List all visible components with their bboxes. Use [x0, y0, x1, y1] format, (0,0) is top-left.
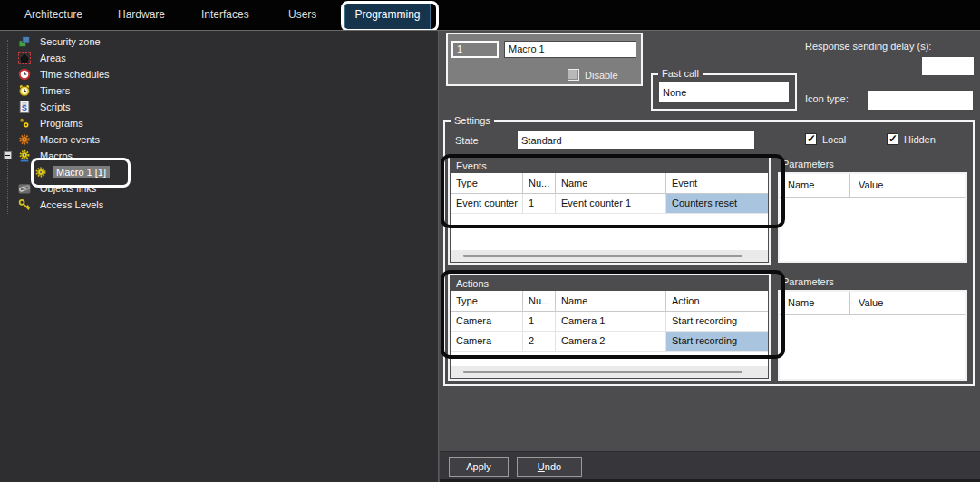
tree-item-label: Objects links: [36, 182, 100, 195]
cell-number: 2: [523, 332, 556, 351]
actions-table[interactable]: Type Nu... Name Action Camera 1 Camera 1…: [451, 291, 768, 378]
hidden-checkbox[interactable]: [887, 133, 898, 145]
tree-item-macros[interactable]: Macros: [0, 148, 272, 164]
tree-item-label-selected: Macro 1 [1]: [53, 166, 110, 178]
macro-number-field[interactable]: 1: [451, 41, 499, 58]
tab-users[interactable]: Users: [288, 0, 316, 30]
tree-item-programs[interactable]: Programs: [0, 115, 272, 131]
state-dropdown[interactable]: Standard: [517, 130, 755, 150]
table-empty-area: [451, 352, 768, 366]
tree-item-macro-1[interactable]: Macro 1 [1]: [0, 164, 272, 180]
macro-events-icon: [18, 133, 31, 146]
security-zone-icon: [18, 35, 31, 48]
areas-icon: [18, 52, 31, 64]
scripts-icon: S: [18, 101, 31, 113]
top-menu-bar: Architecture Hardware Interfaces Users P…: [0, 0, 980, 30]
svg-text:S: S: [22, 103, 27, 112]
disable-label: Disable: [585, 70, 618, 81]
cell-action[interactable]: Start recording: [666, 332, 768, 351]
time-schedules-icon: [18, 68, 31, 81]
tab-programming[interactable]: Programming: [344, 3, 431, 30]
cell-action[interactable]: Start recording: [666, 312, 768, 331]
table-row[interactable]: Event counter 1 Event counter 1 Counters…: [451, 194, 768, 214]
tree-item-objects-links[interactable]: Objects links: [0, 180, 272, 197]
parameters-top-label: Parameters: [782, 159, 834, 169]
actions-label: Actions: [456, 278, 489, 289]
tree-item-label: Access Levels: [36, 198, 107, 211]
tree-item-label: Time schedules: [36, 68, 113, 81]
app-window: Architecture Hardware Interfaces Users P…: [0, 0, 980, 482]
undo-accelerator: U: [538, 461, 545, 472]
macro-identity-group: 1 Macro 1 Disable: [446, 33, 643, 86]
fast-call-label: Fast call: [658, 68, 703, 79]
hidden-label: Hidden: [904, 134, 936, 145]
table-row[interactable]: Camera 2 Camera 2 Start recording: [451, 332, 768, 352]
cell-event[interactable]: Counters reset: [666, 194, 768, 213]
icon-type-label: Icon type:: [805, 93, 849, 104]
response-delay-label: Response sending delay (s):: [805, 41, 931, 52]
tree-item-scripts[interactable]: S Scripts: [0, 99, 272, 115]
actions-table-header: Type Nu... Name Action: [451, 291, 768, 312]
tree-item-label: Scripts: [36, 101, 74, 113]
scrollbar-thumb[interactable]: [463, 371, 742, 373]
column-header[interactable]: Event: [666, 173, 768, 193]
local-checkbox[interactable]: [805, 133, 817, 145]
disable-checkbox[interactable]: [568, 69, 579, 81]
tree-item-areas[interactable]: Areas: [0, 50, 272, 66]
tab-interfaces[interactable]: Interfaces: [201, 0, 249, 30]
table-empty-area: [451, 214, 768, 250]
tree-item-label: Macros: [36, 149, 76, 162]
objects-links-icon: [18, 182, 31, 195]
column-header[interactable]: Type: [451, 173, 523, 193]
access-levels-icon: [18, 198, 31, 211]
apply-button[interactable]: Apply: [449, 457, 509, 477]
tab-hardware[interactable]: Hardware: [118, 0, 165, 30]
cell-name: Camera 2: [556, 332, 666, 351]
column-header[interactable]: Value: [850, 292, 965, 314]
tree-item-access-levels[interactable]: Access Levels: [0, 197, 272, 213]
response-delay-field[interactable]: [921, 56, 975, 76]
column-header[interactable]: Name: [780, 174, 850, 197]
tree-item-security-zone[interactable]: Security zone: [0, 34, 272, 50]
scrollbar-thumb[interactable]: [463, 255, 742, 257]
programs-icon: [18, 117, 31, 130]
tree-item-timers[interactable]: Timers: [0, 82, 272, 99]
actions-horizontal-scrollbar[interactable]: [451, 366, 768, 378]
table-row[interactable]: Camera 1 Camera 1 Start recording: [451, 312, 768, 332]
tree-item-macro-events[interactable]: Macro events: [0, 131, 272, 148]
settings-label: Settings: [451, 115, 494, 126]
fast-call-field[interactable]: None: [658, 82, 790, 103]
parameters-top-table[interactable]: Name Value: [778, 172, 967, 263]
column-header[interactable]: Type: [451, 291, 523, 311]
column-header[interactable]: Name: [780, 292, 850, 314]
cell-type: Camera: [451, 332, 523, 351]
tab-architecture[interactable]: Architecture: [24, 0, 82, 30]
macro-name-field[interactable]: Macro 1: [504, 41, 636, 58]
collapse-toggle-macros[interactable]: [4, 151, 12, 159]
column-header[interactable]: Name: [556, 173, 666, 193]
tree-item-label: Programs: [36, 117, 87, 130]
tree-item-label: Macro events: [36, 133, 103, 146]
column-header[interactable]: Nu...: [523, 173, 556, 193]
events-horizontal-scrollbar[interactable]: [451, 250, 768, 262]
undo-button[interactable]: Undo: [517, 457, 582, 477]
column-header[interactable]: Nu...: [523, 291, 556, 311]
macros-icon: [18, 149, 31, 162]
cell-name: Event counter 1: [556, 194, 666, 213]
events-table[interactable]: Type Nu... Name Event Event counter 1 Ev…: [451, 173, 768, 262]
table-empty-area: [780, 315, 965, 379]
tree-item-label: Areas: [36, 52, 70, 64]
macro-icon: [34, 166, 47, 178]
timers-icon: [18, 84, 31, 97]
column-header[interactable]: Action: [666, 291, 768, 311]
tree-item-time-schedules[interactable]: Time schedules: [0, 66, 272, 82]
cell-type: Camera: [451, 312, 523, 331]
parameters-top-header: Name Value: [780, 174, 965, 198]
table-empty-area: [780, 198, 965, 261]
parameters-bottom-table[interactable]: Name Value: [778, 290, 967, 381]
icon-type-dropdown[interactable]: [867, 90, 974, 111]
tree-item-label: Timers: [36, 84, 73, 97]
events-label: Events: [456, 160, 487, 171]
column-header[interactable]: Name: [556, 291, 666, 311]
column-header[interactable]: Value: [850, 174, 965, 197]
